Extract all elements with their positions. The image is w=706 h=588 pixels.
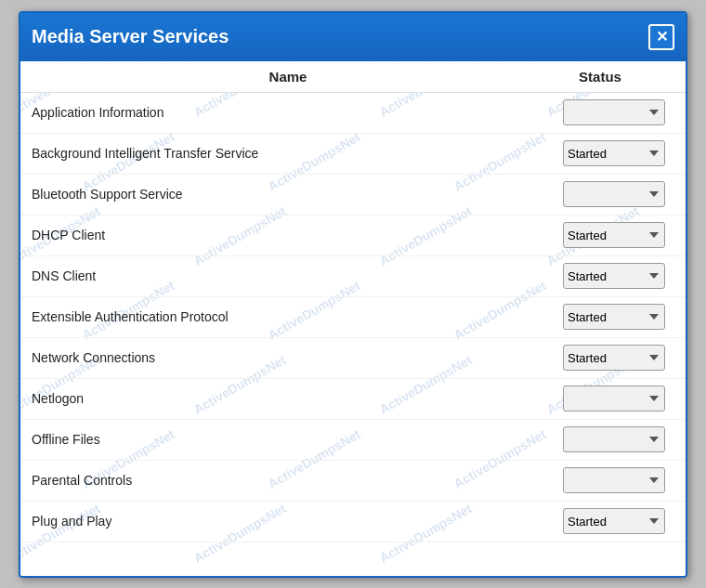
table-row: Application InformationStarted (20, 93, 686, 134)
status-select[interactable]: Started (563, 345, 665, 371)
table-row: Bluetooth Support ServiceStarted (20, 175, 686, 216)
dialog-body: ActiveDumpsNetActiveDumpsNetActiveDumpsN… (20, 61, 686, 576)
service-name: Network Connections (32, 350, 563, 365)
table-row: Network ConnectionsStarted (20, 338, 686, 379)
status-select[interactable]: Started (563, 140, 665, 166)
table-row: Plug and PlayStarted (20, 502, 686, 542)
service-name: DNS Client (32, 268, 563, 283)
status-select[interactable]: Started (563, 304, 665, 330)
column-status-header: Status (544, 69, 656, 85)
status-select[interactable]: Started (563, 508, 665, 534)
table-row: Background Intelligent Transfer ServiceS… (20, 134, 686, 175)
table-row: NetlogonStarted (20, 379, 686, 420)
service-name: DHCP Client (32, 228, 563, 242)
status-select[interactable]: Started (563, 222, 665, 248)
status-select[interactable]: Started (563, 99, 665, 125)
table-row: Offline FilesStarted (20, 420, 686, 461)
service-name: Offline Files (32, 432, 563, 447)
dialog-title: Media Server Services (32, 26, 229, 47)
status-select[interactable]: Started (563, 467, 665, 493)
service-name: Parental Controls (32, 473, 563, 488)
status-select[interactable]: Started (563, 263, 665, 289)
status-select[interactable]: Started (563, 426, 665, 452)
service-name: Background Intelligent Transfer Service (32, 146, 563, 161)
close-button[interactable]: ✕ (648, 24, 674, 50)
table-row: DNS ClientStarted (20, 256, 686, 297)
service-name: Application Information (32, 105, 563, 120)
table-row: Extensible Authentication ProtocolStarte… (20, 297, 686, 338)
dialog-window: Media Server Services ✕ ActiveDumpsNetAc… (19, 11, 687, 578)
status-select[interactable]: Started (563, 385, 665, 412)
service-name: Bluetooth Support Service (32, 187, 563, 202)
status-select[interactable]: Started (563, 181, 665, 207)
table-header: Name Status (20, 61, 686, 93)
services-table[interactable]: Application InformationStartedBackground… (20, 93, 686, 576)
service-name: Extensible Authentication Protocol (32, 309, 563, 324)
service-name: Netlogon (32, 391, 563, 406)
title-bar: Media Server Services ✕ (20, 13, 686, 61)
service-name: Plug and Play (32, 514, 563, 529)
column-name-header: Name (32, 69, 544, 85)
table-row: DHCP ClientStarted (20, 216, 686, 256)
table-row: Parental ControlsStarted (20, 461, 686, 502)
